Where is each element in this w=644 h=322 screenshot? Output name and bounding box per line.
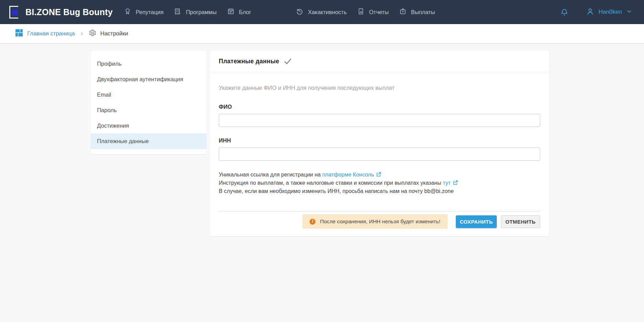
panel-description: Укажите данные ФИО и ИНН для получения п… <box>219 85 540 91</box>
info-line-2-text: Инструкция по выплатам, а также налоговы… <box>219 180 443 186</box>
footer-actions: ! После сохранения, ИНН нельзя будет изм… <box>219 214 540 236</box>
footer-divider <box>219 211 540 212</box>
warning-icon: ! <box>310 219 315 225</box>
user-menu[interactable]: Han0ken <box>586 7 632 17</box>
building-icon <box>174 8 181 17</box>
fio-input[interactable] <box>219 114 540 127</box>
top-navbar: BI.ZONE Bug Bounty Репутация <box>0 0 644 24</box>
fio-label: ФИО <box>219 104 540 110</box>
bizone-logo[interactable]: BI.ZONE Bug Bounty <box>9 6 113 19</box>
topnav-right: Han0ken <box>560 7 632 17</box>
warning-text: После сохранения, ИНН нельзя будет измен… <box>320 218 440 225</box>
panel-header: Платежные данные <box>210 51 549 72</box>
sidebar-item-achievements[interactable]: Достижения <box>91 118 206 133</box>
nav-label: Выплаты <box>411 9 435 15</box>
payment-data-panel: Платежные данные Укажите данные ФИО и ИН… <box>210 51 549 236</box>
inn-label: ИНН <box>219 138 540 144</box>
sidebar-item-email[interactable]: Email <box>91 87 206 103</box>
main-nav: Репутация Программы <box>124 8 435 17</box>
dashboard-tiles-icon <box>15 29 23 38</box>
medal-icon <box>124 8 131 17</box>
calendar-icon <box>227 8 235 17</box>
sidebar-item-payment-data[interactable]: Платежные данные <box>91 133 206 149</box>
breadcrumb: Главная страница Настройки <box>0 24 644 43</box>
logo-title: BI.ZONE Bug Bounty <box>25 7 113 17</box>
sidebar-item-2fa[interactable]: Двухфакторная аутентификация <box>91 72 206 87</box>
nav-label: Блог <box>239 9 251 15</box>
payout-instructions-link[interactable]: тут <box>443 180 451 186</box>
breadcrumb-current: Настройки <box>89 29 128 38</box>
nav-item-hackactivity[interactable]: Хакактивность <box>296 8 347 17</box>
breadcrumb-home-link[interactable]: Главная страница <box>15 29 75 38</box>
inn-warning-banner: ! После сохранения, ИНН нельзя будет изм… <box>302 214 448 229</box>
settings-sidebar: Профиль Двухфакторная аутентификация Ema… <box>91 51 206 154</box>
info-line-3-text: В случае, если вам необходимо изменить И… <box>219 188 454 194</box>
report-icon <box>357 8 365 17</box>
nav-label: Отчеты <box>369 9 389 15</box>
username: Han0ken <box>599 9 622 15</box>
nav-item-reports[interactable]: Отчеты <box>357 8 389 17</box>
panel-title: Платежные данные <box>219 58 279 65</box>
nav-label: Хакактивность <box>308 9 347 15</box>
save-button[interactable]: СОХРАНИТЬ <box>456 215 497 228</box>
cancel-button[interactable]: ОТМЕНИТЬ <box>501 215 540 228</box>
nav-item-blog[interactable]: Блог <box>227 8 251 17</box>
nav-label: Репутация <box>136 9 164 15</box>
breadcrumb-chevron-icon <box>80 32 84 36</box>
external-link-icon[interactable] <box>376 172 381 179</box>
breadcrumb-current-label: Настройки <box>100 30 128 37</box>
user-icon <box>586 7 594 17</box>
nav-label: Программы <box>186 9 216 15</box>
briefcase-icon <box>399 8 407 17</box>
external-link-icon[interactable] <box>453 180 458 187</box>
info-block: Уникальная ссылка для регистрации на пла… <box>219 171 540 195</box>
inn-input[interactable] <box>219 148 540 161</box>
sidebar-item-password[interactable]: Пароль <box>91 103 206 118</box>
sidebar-item-profile[interactable]: Профиль <box>91 56 206 72</box>
console-platform-link[interactable]: платформе Консоль <box>322 172 374 178</box>
breadcrumb-home-label: Главная страница <box>27 30 75 37</box>
nav-item-programs[interactable]: Программы <box>174 8 216 17</box>
notifications-bell-icon[interactable] <box>560 8 569 17</box>
nav-item-reputation[interactable]: Репутация <box>124 8 164 17</box>
info-line-1-text: Уникальная ссылка для регистрации на <box>219 172 322 178</box>
bizone-bug-icon <box>9 6 21 19</box>
content-area: Профиль Двухфакторная аутентификация Ema… <box>0 43 644 236</box>
history-icon <box>296 8 303 17</box>
check-icon <box>284 58 291 64</box>
nav-item-payouts[interactable]: Выплаты <box>399 8 435 17</box>
gear-icon <box>89 29 96 38</box>
chevron-down-icon <box>626 8 632 16</box>
